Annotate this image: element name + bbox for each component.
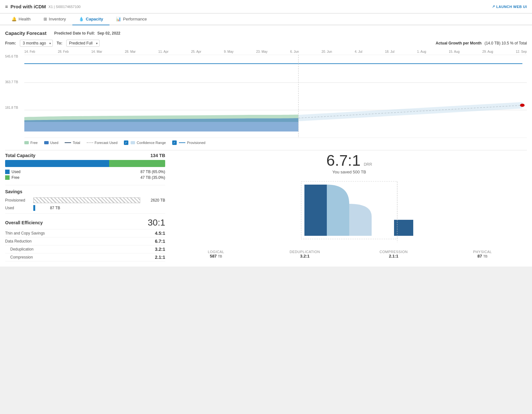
x-axis-label: 6. Jun	[290, 50, 299, 53]
x-axis-label: 20. Jun	[322, 50, 332, 53]
waterfall-svg	[172, 178, 527, 242]
used-swatch	[44, 141, 49, 144]
provisioned-line-legend	[179, 142, 185, 143]
to-dropdown-wrapper[interactable]: Predicted Full	[66, 40, 100, 47]
tab-capacity[interactable]: 💧 Capacity	[72, 13, 109, 25]
total-capacity-value: 134 TB	[150, 153, 165, 158]
chart-wrapper: 14. Feb28. Feb14. Mar28. Mar11. Apr25. A…	[5, 50, 527, 138]
app-title-area: ≡ Prod with iCDM X1 | SI00174657100	[5, 4, 81, 9]
x-axis-label: 12. Sep	[516, 50, 527, 53]
chart-svg	[24, 55, 527, 138]
compression-area	[349, 204, 372, 236]
free-metric-row: Free 47 TB (35.0%)	[5, 175, 165, 180]
used-savings-row: Used 87 TB	[5, 205, 165, 211]
chart-y-labels: 545.6 TB363.7 TB181.8 TB	[5, 55, 24, 131]
inventory-icon: ⊞	[44, 17, 47, 21]
dedup-value: 3.2:1	[155, 247, 165, 252]
overall-efficiency-row: Overall Efficiency 30:1	[5, 216, 165, 229]
tab-health[interactable]: 🔔 Health	[5, 13, 37, 25]
x-axis-label: 14. Mar	[91, 50, 102, 53]
drr-section: 6.7:1 DRR You saved 500 TB	[172, 153, 527, 174]
forecast-header: Capacity Forecast Predicted Date to Full…	[5, 30, 527, 36]
chart-area: 545.6 TB363.7 TB181.8 TB	[5, 55, 527, 138]
used-label-left: Used	[5, 170, 20, 174]
chart-svg-area	[24, 55, 527, 138]
dedup-wf-label: DEDUPLICATION 3.2:1	[261, 250, 350, 259]
data-reduction-value: 6.7:1	[155, 239, 165, 244]
legend-provisioned: ✓ Provisioned	[172, 140, 205, 145]
x-axis-label: 9. May	[224, 50, 233, 53]
provisioned-label: Provisioned	[5, 198, 31, 203]
controls-row: From: 3 months ago To: Predicted Full Ac…	[5, 40, 527, 47]
physical-wf-label: PHYSICAL 87 TB	[438, 250, 527, 259]
capacity-icon: 💧	[79, 17, 84, 21]
y-axis-label: 181.8 TB	[5, 106, 24, 109]
x-axis-label: 29. Aug	[482, 50, 493, 53]
waterfall-chart	[172, 178, 527, 249]
chart-x-axis: 14. Feb28. Feb14. Mar28. Mar11. Apr25. A…	[5, 50, 527, 55]
tab-performance[interactable]: 📊 Performance	[109, 13, 153, 25]
used-savings-value: 87 TB	[38, 206, 60, 210]
provisioned-check[interactable]: ✓	[172, 140, 177, 145]
x-axis-label: 23. May	[256, 50, 268, 53]
used-free-breakdown: Used 87 TB (65.0%) Free 47 TB (35.0%)	[5, 170, 165, 180]
thin-savings-row: Thin and Copy Savings 4.5:1	[5, 229, 165, 237]
total-capacity-label: Total Capacity	[5, 153, 36, 158]
savings-section: Savings Provisioned 2620 TB Used 87 TB	[5, 185, 165, 211]
free-color-swatch	[5, 175, 10, 180]
x-axis-label: 11. Apr	[158, 50, 169, 53]
capacity-bar	[5, 160, 165, 167]
hatch-bar	[33, 197, 140, 203]
bar-free	[109, 160, 165, 167]
x-axis-label: 18. Jul	[385, 50, 394, 53]
drr-saved: You saved 500 TB	[172, 170, 527, 174]
total-line-legend	[65, 142, 71, 143]
from-dropdown[interactable]: 3 months ago	[20, 40, 53, 47]
main-content: Capacity Forecast Predicted Date to Full…	[0, 25, 532, 267]
overall-efficiency-value: 30:1	[148, 218, 165, 228]
external-link-icon: ↗	[492, 4, 495, 9]
thin-used-bar	[33, 205, 35, 211]
legend-free: Free	[24, 141, 38, 145]
capacity-section: Total Capacity 134 TB Used 87 TB (65.0%)	[5, 153, 165, 180]
confidence-range	[298, 102, 522, 121]
legend-forecast: Forecast Used	[87, 141, 118, 145]
right-panel: 6.7:1 DRR You saved 500 TB	[172, 153, 527, 261]
legend-confidence: ✓ Confidence Range	[124, 140, 166, 145]
bottom-panels: Total Capacity 134 TB Used 87 TB (65.0%)	[5, 153, 527, 261]
x-axis-label: 28. Mar	[125, 50, 136, 53]
tab-inventory[interactable]: ⊞ Inventory	[37, 13, 72, 25]
physical-bar	[394, 220, 413, 236]
logical-bar	[304, 185, 327, 236]
forecast-dotted-legend	[87, 142, 93, 143]
free-swatch	[24, 141, 29, 144]
drr-value-row: 6.7:1 DRR	[172, 153, 527, 168]
chart-legend: Free Used Total Forecast Used ✓ Confiden…	[24, 140, 527, 145]
compression-wf-label: COMPRESSION 2.1:1	[349, 250, 438, 259]
dedup-area	[327, 185, 349, 236]
chart-used-area	[24, 118, 298, 131]
dedup-row: Deduplication 3.2:1	[5, 245, 165, 253]
app-header: ≡ Prod with iCDM X1 | SI00174657100 ↗ LA…	[0, 0, 532, 13]
left-panel: Total Capacity 134 TB Used 87 TB (65.0%)	[5, 153, 165, 261]
health-icon: 🔔	[12, 17, 17, 21]
drr-label: DRR	[364, 162, 372, 167]
y-axis-label: 363.7 TB	[5, 80, 24, 84]
from-dropdown-wrapper[interactable]: 3 months ago	[20, 40, 53, 47]
forecast-date: Predicted Date to Full: Sep 02, 2022	[54, 31, 120, 36]
performance-icon: 📊	[116, 17, 121, 21]
confidence-check[interactable]: ✓	[124, 140, 128, 145]
used-color-swatch	[5, 170, 10, 174]
logical-label: LOGICAL 587 TB	[172, 250, 261, 259]
from-label: From:	[5, 41, 16, 45]
y-axis-label: 545.6 TB	[5, 55, 24, 58]
to-dropdown[interactable]: Predicted Full	[66, 40, 100, 47]
divider	[5, 150, 527, 150]
waterfall-labels: LOGICAL 587 TB DEDUPLICATION 3.2:1 COMPR…	[172, 250, 527, 259]
launch-web-ui-button[interactable]: ↗ LAUNCH WEB UI	[492, 4, 527, 9]
menu-icon: ≡	[5, 4, 8, 9]
growth-info: Actual Growth per Month (14.0 TB) 10.5 %…	[436, 41, 527, 45]
forecast-end-dot	[520, 104, 525, 107]
thin-value: 4.5:1	[155, 231, 165, 236]
capacity-title-row: Total Capacity 134 TB	[5, 153, 165, 158]
